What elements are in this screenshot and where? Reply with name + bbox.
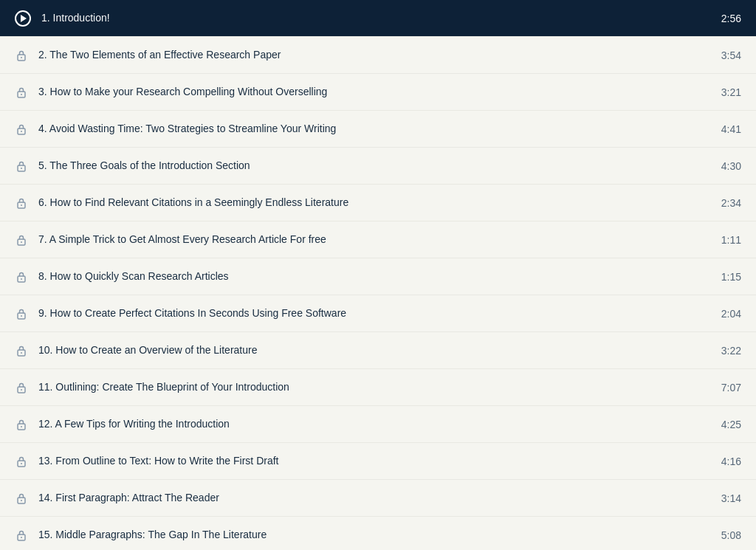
lesson-title: 6. How to Find Relevant Citations in a S… (38, 196, 707, 210)
lesson-duration: 7:07 (721, 382, 741, 393)
lesson-duration: 4:16 (721, 456, 741, 467)
lock-icon (15, 418, 28, 431)
lesson-item[interactable]: 10. How to Create an Overview of the Lit… (0, 332, 756, 369)
lesson-duration: 3:54 (721, 49, 741, 61)
lesson-item[interactable]: 2. The Two Elements of an Effective Rese… (0, 37, 756, 74)
lesson-duration: 4:41 (721, 123, 741, 135)
course-list: 1. Introduction!2:56 2. The Two Elements… (0, 0, 756, 550)
lesson-item[interactable]: 15. Middle Paragraphs: The Gap In The Li… (0, 517, 756, 550)
lesson-item[interactable]: 6. How to Find Relevant Citations in a S… (0, 185, 756, 221)
svg-point-23 (21, 463, 22, 464)
lesson-duration: 2:34 (721, 197, 741, 209)
lock-icon (15, 529, 28, 542)
svg-point-11 (21, 241, 22, 243)
lesson-duration: 4:25 (721, 419, 741, 430)
svg-point-3 (21, 94, 22, 95)
lesson-title: 8. How to Quickly Scan Research Articles (38, 269, 707, 284)
lesson-duration: 3:14 (721, 492, 741, 504)
svg-point-9 (21, 204, 22, 206)
lock-icon (15, 344, 28, 357)
lesson-title: 15. Middle Paragraphs: The Gap In The Li… (38, 528, 707, 543)
svg-point-17 (21, 352, 22, 354)
svg-point-25 (21, 500, 22, 501)
svg-point-19 (21, 389, 22, 391)
lock-icon (15, 492, 28, 505)
lesson-item[interactable]: 12. A Few Tips for Writing the Introduct… (0, 406, 756, 443)
lesson-duration: 1:11 (721, 234, 741, 246)
lesson-title: 7. A Simple Trick to Get Almost Every Re… (38, 233, 707, 247)
lesson-duration: 2:04 (721, 308, 741, 320)
lesson-duration: 2:56 (721, 13, 741, 24)
lesson-item[interactable]: 11. Outlining: Create The Blueprint of Y… (0, 369, 756, 406)
lesson-duration: 3:22 (721, 345, 741, 357)
lesson-duration: 3:21 (721, 86, 741, 98)
lesson-title: 3. How to Make your Research Compelling … (38, 85, 707, 100)
lesson-item[interactable]: 9. How to Create Perfect Citations In Se… (0, 295, 756, 332)
svg-point-15 (21, 315, 22, 317)
lock-icon (15, 86, 28, 99)
lock-icon (15, 270, 28, 283)
svg-point-21 (21, 426, 22, 427)
lock-icon (15, 49, 28, 62)
lesson-item[interactable]: 14. First Paragraph: Attract The Reader3… (0, 480, 756, 517)
lock-icon (15, 233, 28, 247)
lesson-duration: 1:15 (721, 271, 741, 283)
lesson-title: 4. Avoid Wasting Time: Two Strategies to… (38, 122, 707, 137)
lesson-title: 2. The Two Elements of an Effective Rese… (38, 48, 707, 63)
lesson-duration: 5:08 (721, 529, 741, 541)
play-icon (15, 10, 31, 27)
svg-point-13 (21, 278, 22, 280)
lesson-title: 10. How to Create an Overview of the Lit… (38, 343, 707, 358)
lesson-title: 14. First Paragraph: Attract The Reader (38, 491, 707, 506)
lesson-title: 9. How to Create Perfect Citations In Se… (38, 306, 707, 321)
lock-icon (15, 381, 28, 394)
lock-icon (15, 196, 28, 210)
svg-point-7 (21, 168, 22, 169)
lesson-item[interactable]: 5. The Three Goals of the Introduction S… (0, 148, 756, 185)
lesson-title: 11. Outlining: Create The Blueprint of Y… (38, 380, 707, 395)
lesson-item[interactable]: 8. How to Quickly Scan Research Articles… (0, 258, 756, 295)
lesson-item[interactable]: 4. Avoid Wasting Time: Two Strategies to… (0, 111, 756, 148)
lock-icon (15, 123, 28, 136)
lesson-item[interactable]: 1. Introduction!2:56 (0, 0, 756, 37)
lesson-title: 12. A Few Tips for Writing the Introduct… (38, 417, 707, 432)
lock-icon (15, 455, 28, 468)
lock-icon (15, 307, 28, 320)
lesson-title: 1. Introduction! (41, 11, 707, 26)
lesson-title: 5. The Three Goals of the Introduction S… (38, 159, 707, 173)
svg-point-27 (21, 537, 22, 538)
svg-point-5 (21, 131, 22, 132)
lock-icon (15, 159, 28, 173)
lesson-item[interactable]: 3. How to Make your Research Compelling … (0, 74, 756, 111)
svg-point-1 (21, 57, 22, 58)
lesson-item[interactable]: 7. A Simple Trick to Get Almost Every Re… (0, 221, 756, 258)
lesson-title: 13. From Outline to Text: How to Write t… (38, 454, 707, 469)
lesson-duration: 4:30 (721, 160, 741, 172)
lesson-item[interactable]: 13. From Outline to Text: How to Write t… (0, 443, 756, 480)
